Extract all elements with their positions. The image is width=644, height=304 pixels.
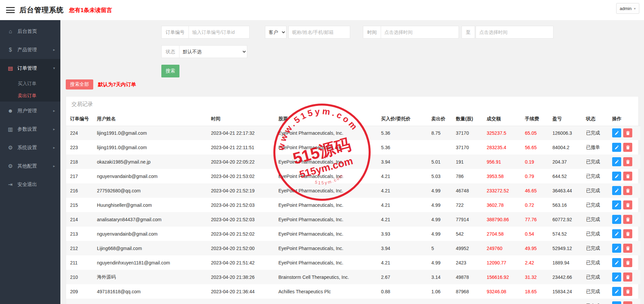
sidebar-item-buy-orders[interactable]: 买入订单: [0, 77, 60, 89]
user-dropdown[interactable]: admin ▾: [616, 3, 639, 14]
unread-message-notice[interactable]: 您有1条未读留言: [69, 6, 112, 14]
delete-button[interactable]: [623, 157, 632, 166]
cell-sell: 2.67: [429, 299, 454, 304]
cell-qty: 49952: [454, 241, 485, 255]
order-no-input[interactable]: [189, 26, 250, 39]
sidebar-item-home[interactable]: ⌂后台首页: [0, 22, 60, 41]
time-to-input[interactable]: [476, 26, 553, 39]
delete-button[interactable]: [623, 215, 632, 224]
cell-id: 215: [66, 198, 95, 212]
edit-button[interactable]: [612, 272, 621, 282]
order-no-group: 订单编号: [161, 26, 250, 39]
home-icon: ⌂: [7, 28, 14, 35]
delete-button[interactable]: [623, 301, 632, 304]
cell-buy: 0.88: [379, 284, 429, 299]
cell-time: 2023-04-20 21:52:03: [209, 212, 276, 227]
sidebar-item-logout[interactable]: ⇥安全退出: [0, 175, 60, 194]
sidebar-item-orders[interactable]: ▤订单管理▾: [0, 59, 60, 77]
cell-status: 已完成: [584, 212, 610, 227]
sidebar-item-sell-orders[interactable]: 卖出订单: [0, 89, 60, 102]
cell-time: 2023-04-20 21:53:02: [209, 169, 276, 183]
cell-profit: [550, 299, 584, 304]
trash-icon: [626, 217, 630, 222]
sidebar-item-other[interactable]: ⚙其他配置▸: [0, 157, 60, 175]
edit-button[interactable]: [612, 244, 621, 253]
sidebar-item-products[interactable]: $产品管理▸: [0, 41, 60, 59]
cell-amount: 283235.4: [485, 140, 523, 155]
to-label: 至: [462, 26, 475, 39]
pencil-icon: [614, 232, 619, 236]
sidebar-item-system[interactable]: ⚙系统设置▸: [0, 138, 60, 157]
cell-amount: 137107.12: [485, 299, 523, 304]
cell-fee: 56.65: [523, 140, 550, 155]
cell-id: 216: [66, 183, 95, 198]
edit-button[interactable]: [612, 157, 621, 166]
cell-fee: 77.76: [523, 212, 550, 227]
status-select[interactable]: 默认不选: [179, 45, 247, 58]
time-from-input[interactable]: [381, 26, 459, 39]
chevron-right-icon: ▸: [53, 48, 55, 52]
cell-profit: 36463.44: [550, 183, 584, 198]
customer-type-select[interactable]: 客户: [265, 26, 286, 39]
table-row: 217nguyenvandainb@gmail.com2023-04-20 21…: [66, 169, 640, 183]
column-header-11: 操作: [610, 112, 640, 126]
delete-button[interactable]: [623, 229, 632, 238]
cell-status: 已完成: [584, 255, 610, 270]
pencil-icon: [614, 260, 619, 265]
search-all-button[interactable]: 搜索全部: [66, 79, 93, 89]
delete-button[interactable]: [623, 287, 632, 296]
cell-time: 2023-04-20 21:38:26: [209, 270, 276, 284]
edit-button[interactable]: [612, 258, 621, 267]
order-icon: ▤: [7, 65, 14, 71]
cell-time: 2023-04-21 22:17:32: [209, 126, 276, 140]
cell-id: 210: [66, 270, 95, 284]
cell-actions: [610, 198, 640, 212]
cell-profit: 126006.3: [550, 126, 584, 140]
delete-button[interactable]: [623, 172, 632, 181]
edit-button[interactable]: [612, 186, 621, 195]
search-button[interactable]: 搜索: [161, 65, 179, 77]
edit-button[interactable]: [612, 229, 621, 238]
cell-sell: 5.01: [429, 155, 454, 169]
cell-fee: 0.19: [523, 155, 550, 169]
sidebar-nav: ⌂后台首页$产品管理▸▤订单管理▾买入订单卖出订单☻用户管理▸▥参数设置▸⚙系统…: [0, 22, 60, 194]
edit-button[interactable]: [612, 200, 621, 209]
column-header-2: 时间: [209, 112, 276, 126]
cell-profit: 563.16: [550, 198, 584, 212]
delete-button[interactable]: [623, 272, 632, 282]
delete-button[interactable]: [623, 244, 632, 253]
delete-button[interactable]: [623, 143, 632, 152]
username: admin: [620, 6, 632, 11]
menu-toggle-icon[interactable]: [6, 7, 15, 13]
edit-button[interactable]: [612, 128, 621, 137]
delete-button[interactable]: [623, 186, 632, 195]
cell-fee: 65.05: [523, 126, 550, 140]
sidebar-item-users[interactable]: ☻用户管理▸: [0, 102, 60, 120]
cell-user: okazaki1985@ymail.ne.jp: [95, 155, 209, 169]
cell-status: 已完成: [584, 299, 610, 304]
cell-actions: [610, 155, 640, 169]
customer-input[interactable]: [288, 26, 350, 39]
cell-sell: [429, 140, 454, 155]
edit-button[interactable]: [612, 287, 621, 296]
edit-button[interactable]: [612, 143, 621, 152]
status-label: 状态: [161, 45, 179, 58]
edit-button[interactable]: [612, 172, 621, 181]
delete-button[interactable]: [623, 128, 632, 137]
cell-actions: [610, 255, 640, 270]
cell-qty: 77914: [454, 212, 485, 227]
cell-time: 2023-04-20 21:52:19: [209, 183, 276, 198]
cell-fee: 2.42: [523, 255, 550, 270]
cell-time: 2023-04-20 21:52:02: [209, 227, 276, 241]
cell-fee: 49.95: [523, 241, 550, 255]
cell-status: 已完成: [584, 241, 610, 255]
chevron-down-icon: ▾: [53, 66, 55, 70]
cell-actions: [610, 169, 640, 183]
edit-button[interactable]: [612, 215, 621, 224]
delete-button[interactable]: [623, 258, 632, 267]
delete-button[interactable]: [623, 200, 632, 209]
cell-stock: EyePoint Pharmaceuticals, Inc.: [276, 126, 379, 140]
edit-button[interactable]: [612, 301, 621, 304]
sidebar-item-params[interactable]: ▥参数设置▸: [0, 120, 60, 138]
cell-fee: 0.54: [523, 227, 550, 241]
